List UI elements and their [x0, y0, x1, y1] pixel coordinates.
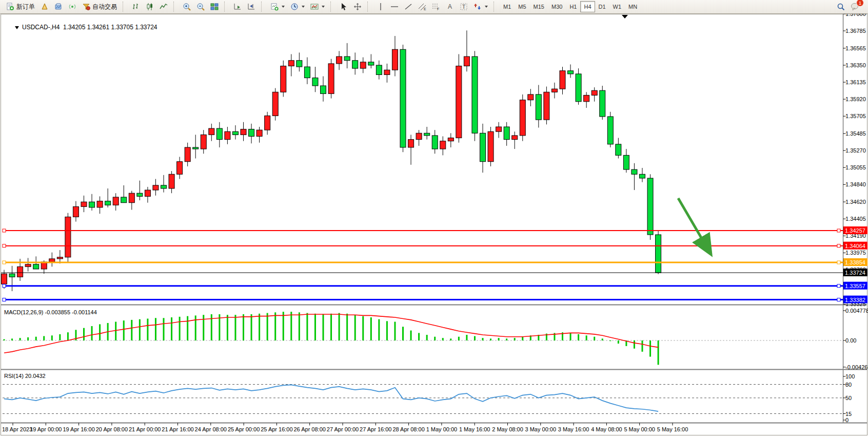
macd-histogram-bar	[187, 316, 188, 340]
tile-windows-button[interactable]	[207, 1, 221, 12]
periods-button[interactable]	[287, 1, 307, 12]
arrows-icon	[473, 3, 482, 11]
timeframe-h4-button[interactable]: H4	[580, 1, 595, 12]
macd-histogram-bar	[203, 315, 204, 340]
macd-histogram-bar	[83, 328, 85, 340]
signals-button[interactable]	[65, 1, 79, 12]
candle	[216, 128, 222, 140]
fibonacci-icon: F	[431, 3, 440, 11]
timeframe-m15-button[interactable]: M15	[530, 1, 548, 12]
line-anchor-handle[interactable]	[837, 298, 840, 301]
crosshair-button[interactable]	[350, 1, 364, 12]
zoom-in-button[interactable]	[180, 1, 193, 12]
zoom-in-icon	[182, 3, 191, 11]
time-axis-label: 25 Apr 16:00	[261, 426, 292, 432]
macd-histogram-bar	[131, 320, 132, 340]
text-tool-button[interactable]: A	[443, 1, 457, 12]
line-anchor-handle[interactable]	[3, 284, 6, 288]
arrows-tool-button[interactable]	[470, 1, 490, 12]
line-chart-button[interactable]	[156, 1, 170, 12]
macd-histogram-bar	[594, 337, 595, 340]
auto-scroll-icon	[233, 3, 242, 11]
line-anchor-handle[interactable]	[837, 244, 840, 248]
macd-histogram-bar	[522, 337, 523, 340]
candle	[440, 141, 446, 149]
profiles-button[interactable]	[51, 1, 65, 12]
trendline-icon	[404, 3, 412, 11]
time-axis-label: 24 Apr 08:00	[195, 426, 227, 432]
auto-scroll-button[interactable]	[230, 1, 244, 12]
price-tick-label: 1.37000	[845, 14, 866, 17]
timeframe-mn-button[interactable]: MN	[625, 1, 641, 12]
new-order-button[interactable]: 新订单	[3, 1, 37, 12]
profiles-icon	[54, 3, 63, 11]
clock-icon	[290, 3, 299, 11]
new-chart-button[interactable]	[267, 1, 287, 12]
cursor-button[interactable]	[337, 1, 350, 12]
macd-histogram-bar	[330, 314, 332, 340]
svg-text:F: F	[437, 7, 439, 11]
candle	[57, 257, 63, 259]
svg-text:T: T	[462, 4, 465, 10]
macd-histogram-bar	[267, 313, 268, 340]
time-axis-label: 4 May 08:00	[591, 426, 622, 432]
line-anchor-handle[interactable]	[3, 244, 6, 248]
macd-histogram-bar	[474, 336, 476, 340]
line-anchor-handle[interactable]	[3, 229, 6, 232]
macd-histogram-bar	[634, 340, 635, 349]
candle	[464, 56, 469, 66]
macd-histogram-bar	[51, 335, 53, 340]
equidistant-channel-button[interactable]: E	[415, 1, 429, 12]
timeframe-m30-button[interactable]: M30	[548, 1, 566, 12]
current-price-value: 1.33724	[845, 270, 865, 276]
candle	[193, 147, 199, 149]
candle	[185, 147, 190, 162]
macd-axis-label: -0.004266	[845, 364, 868, 370]
chart-shift-marker[interactable]	[622, 15, 628, 18]
chart-ohlc-values: 1.34205 1.34261 1.33705 1.33724	[63, 24, 157, 31]
macd-histogram-bar	[602, 338, 603, 340]
candle	[432, 136, 438, 149]
chart-wizard-button[interactable]	[37, 1, 51, 12]
templates-button[interactable]	[307, 1, 327, 12]
bar-chart-button[interactable]	[129, 1, 143, 12]
chart-shift-button[interactable]	[244, 1, 258, 12]
search-button[interactable]	[834, 1, 847, 12]
price-tick-label: 1.33975	[845, 250, 866, 256]
chart-dropdown-icon[interactable]	[15, 26, 19, 29]
timeframe-m5-button[interactable]: M5	[515, 1, 529, 12]
candle	[281, 66, 286, 92]
timeframe-d1-button[interactable]: D1	[595, 1, 609, 12]
candle	[600, 90, 605, 117]
trendline-button[interactable]	[401, 1, 415, 12]
macd-histogram-bar	[259, 314, 260, 340]
macd-histogram-bar	[386, 321, 388, 340]
candle	[304, 67, 310, 78]
candle	[153, 185, 159, 190]
line-anchor-handle[interactable]	[837, 284, 840, 288]
macd-histogram-bar	[482, 338, 484, 340]
vertical-line-button[interactable]	[373, 1, 387, 12]
candle	[161, 185, 167, 188]
toolbar-separator	[123, 2, 126, 12]
text-label-button[interactable]: T	[457, 1, 470, 12]
timeframe-m1-button[interactable]: M1	[500, 1, 515, 12]
autotrading-button[interactable]: 自动交易	[79, 1, 120, 12]
line-anchor-handle[interactable]	[3, 261, 6, 264]
horizontal-line-icon	[390, 3, 399, 11]
line-anchor-handle[interactable]	[3, 298, 6, 301]
zoom-out-button[interactable]	[193, 1, 207, 12]
fibonacci-button[interactable]: F	[429, 1, 443, 12]
timeframe-h1-button[interactable]: H1	[566, 1, 580, 12]
macd-histogram-bar	[642, 340, 643, 352]
chart-canvas[interactable]: 1.370001.367851.365651.363501.361351.359…	[0, 14, 868, 437]
trend-arrow-annotation[interactable]	[678, 198, 710, 253]
timeframe-w1-button[interactable]: W1	[609, 1, 625, 12]
time-axis-label: 2 May 08:00	[492, 426, 523, 432]
line-anchor-handle[interactable]	[837, 229, 840, 232]
candlestick-chart-button[interactable]	[143, 1, 156, 12]
line-anchor-handle[interactable]	[837, 261, 840, 264]
price-tick-label: 1.36350	[845, 62, 866, 68]
horizontal-line-button[interactable]	[387, 1, 401, 12]
time-axis-label: 28 Apr 08:00	[392, 426, 424, 432]
